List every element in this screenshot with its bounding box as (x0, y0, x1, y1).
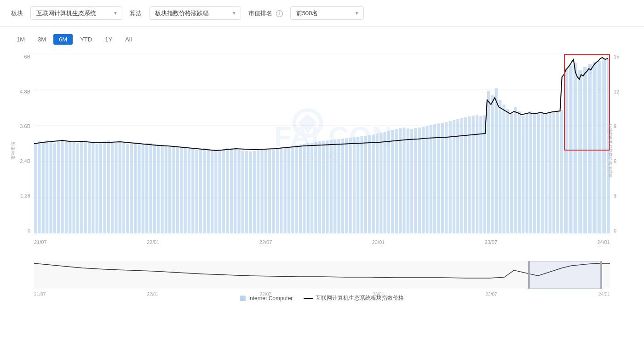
time-btn-all[interactable]: All (120, 34, 137, 45)
svg-rect-51 (196, 150, 198, 233)
svg-rect-56 (214, 151, 217, 233)
sector-select[interactable]: 互联网计算机生态系统 (30, 6, 122, 20)
x-axis-labels: 21/07 22/01 22/07 23/01 23/07 24/01 (34, 239, 610, 245)
svg-rect-31 (119, 142, 121, 233)
svg-rect-63 (242, 151, 244, 233)
svg-rect-74 (284, 148, 287, 233)
svg-rect-14 (53, 143, 56, 233)
x-label-2207: 22/07 (259, 239, 272, 245)
svg-rect-71 (272, 149, 275, 233)
svg-rect-44 (168, 146, 171, 233)
svg-rect-80 (307, 143, 310, 233)
time-filters: 1M 3M 6M YTD 1Y All (11, 34, 633, 45)
svg-rect-139 (533, 114, 536, 233)
svg-rect-105 (402, 128, 405, 233)
svg-rect-127 (487, 91, 490, 233)
marketcap-select[interactable]: 前500名 (290, 6, 364, 20)
svg-rect-103 (395, 129, 398, 233)
svg-rect-128 (491, 95, 494, 233)
marketcap-info-icon[interactable]: i (276, 10, 283, 17)
marketcap-label: 市值排名 i (248, 9, 283, 17)
x-label-2301: 23/01 (372, 239, 385, 245)
left-axis-label: 市种市值 (10, 141, 17, 160)
svg-rect-130 (499, 100, 501, 233)
svg-rect-79 (303, 144, 305, 233)
x-label-2307: 23/07 (485, 239, 498, 245)
mini-chart-svg (34, 261, 610, 289)
svg-rect-145 (556, 111, 559, 233)
chart-container: 1M 3M 6M YTD 1Y All 0 1.28 2.4B 3.6B 4.8… (0, 27, 644, 308)
svg-rect-60 (230, 148, 233, 233)
svg-rect-36 (138, 143, 140, 233)
time-btn-6m[interactable]: 6M (53, 34, 73, 45)
svg-rect-126 (483, 115, 486, 233)
svg-rect-83 (318, 141, 321, 233)
svg-rect-138 (529, 111, 532, 233)
svg-rect-53 (203, 148, 206, 233)
chart-svg: FALCON BY LUCE (34, 54, 610, 233)
svg-rect-70 (268, 150, 271, 233)
svg-rect-67 (257, 150, 259, 233)
main-chart: 0 1.28 2.4B 3.6B 4.8B 6B (11, 54, 633, 247)
svg-rect-43 (165, 145, 167, 233)
top-bar: 板块 互联网计算机生态系统 ▼ 算法 板块指数价格涨跌幅 ▼ 市值排名 i 前5… (0, 0, 644, 27)
svg-rect-131 (502, 105, 505, 233)
time-btn-ytd[interactable]: YTD (75, 34, 98, 45)
svg-rect-54 (207, 149, 210, 233)
svg-rect-19 (72, 142, 75, 233)
svg-rect-69 (264, 149, 267, 233)
svg-rect-37 (142, 144, 144, 233)
svg-rect-92 (353, 137, 356, 233)
time-btn-3m[interactable]: 3M (32, 34, 52, 45)
svg-rect-106 (407, 128, 409, 233)
x-label-2107: 21/07 (34, 239, 47, 245)
time-btn-1m[interactable]: 1M (11, 34, 30, 45)
svg-rect-109 (418, 128, 421, 233)
y-right-3: 3 (614, 193, 616, 198)
y-right-6: 6 (614, 158, 616, 164)
svg-rect-12 (46, 140, 48, 233)
svg-rect-140 (537, 113, 540, 233)
svg-rect-101 (387, 131, 390, 233)
svg-rect-93 (356, 137, 359, 233)
svg-rect-94 (360, 136, 363, 233)
chart-area: 0 1.28 2.4B 3.6B 4.8B 6B (11, 54, 633, 275)
svg-rect-110 (422, 127, 425, 233)
time-btn-1y[interactable]: 1Y (99, 34, 118, 45)
svg-rect-46 (176, 146, 179, 233)
y-right-9: 9 (614, 123, 616, 129)
mini-x-2307: 23/07 (486, 292, 497, 297)
svg-rect-113 (433, 124, 436, 233)
svg-rect-86 (330, 140, 333, 233)
svg-rect-40 (153, 144, 156, 233)
svg-rect-146 (560, 110, 563, 233)
svg-rect-45 (172, 146, 175, 233)
svg-rect-87 (334, 140, 336, 233)
y-right-0: 0 (614, 228, 616, 233)
legend-line-icon (304, 298, 313, 299)
svg-rect-20 (76, 143, 79, 233)
svg-rect-41 (157, 145, 160, 233)
svg-rect-98 (376, 134, 379, 233)
svg-rect-42 (161, 145, 163, 233)
svg-rect-121 (464, 117, 467, 233)
svg-rect-55 (211, 150, 213, 233)
svg-rect-29 (111, 142, 114, 233)
svg-rect-58 (222, 149, 225, 233)
y-left-128: 1.28 (21, 193, 30, 198)
svg-rect-122 (468, 116, 471, 233)
y-left-0: 0 (28, 228, 30, 233)
svg-rect-76 (291, 146, 294, 233)
svg-rect-116 (445, 122, 448, 233)
svg-rect-15 (57, 141, 60, 233)
svg-rect-111 (426, 126, 428, 233)
y-right-12: 12 (614, 89, 619, 94)
mini-x-2201: 22/01 (147, 292, 158, 297)
svg-rect-77 (295, 145, 298, 233)
svg-rect-10 (38, 141, 40, 233)
svg-rect-78 (299, 145, 302, 233)
svg-rect-34 (130, 143, 133, 233)
svg-rect-18 (69, 142, 71, 233)
algorithm-select[interactable]: 板块指数价格涨跌幅 (149, 6, 241, 20)
svg-rect-100 (384, 132, 386, 233)
